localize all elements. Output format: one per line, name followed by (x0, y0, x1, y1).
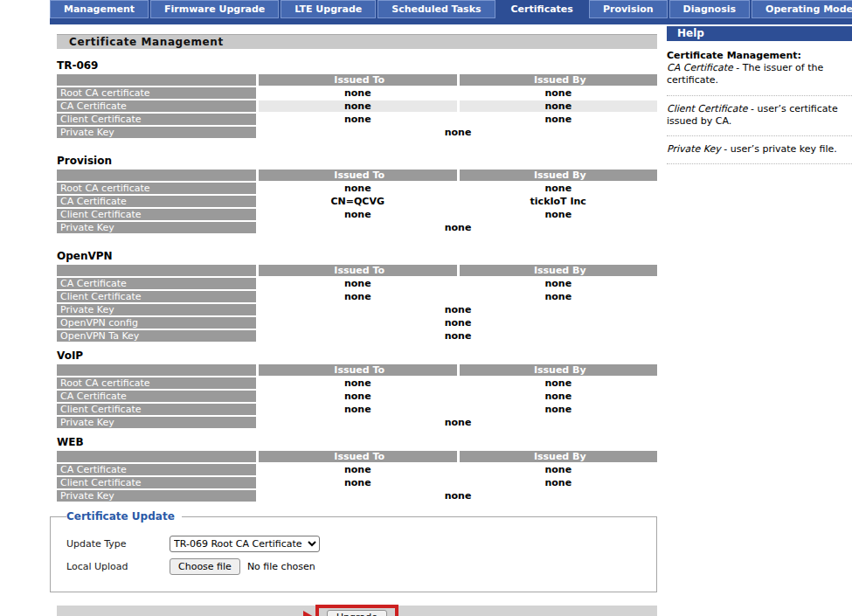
local-upload-row: Local Upload Choose file No file chosen (66, 558, 656, 575)
issued-by-value: none (460, 87, 658, 99)
issued-by-value: none (460, 464, 658, 475)
table-row: Private Keynone (57, 304, 657, 315)
choose-file-button[interactable]: Choose file (170, 558, 240, 575)
page-title: Certificate Management (57, 34, 657, 49)
issued-by-value: none (460, 404, 658, 415)
row-value-span: none (259, 490, 657, 502)
issued-to-value: CN=QCVG (259, 196, 457, 207)
help-items: CA Certificate - The issuer of the certi… (667, 62, 852, 164)
cert-table-web: Issued ToIssued ByCA Certificatenonenone… (54, 449, 660, 503)
header-row: Issued ToIssued By (57, 265, 657, 276)
local-upload-label: Local Upload (66, 561, 170, 572)
certificate-update-fieldset: Certificate Update Update Type TR-069 Ro… (50, 510, 657, 592)
issued-to-value: none (259, 377, 457, 389)
issued-to-value: none (259, 100, 457, 112)
section-heading-tr-069: TR-069 (57, 59, 657, 72)
upgrade-button[interactable]: Upgrade (327, 610, 387, 616)
cert-table-provision: Issued ToIssued ByRoot CA certificatenon… (54, 168, 660, 235)
tab-firmware-upgrade[interactable]: Firmware Upgrade (150, 0, 279, 18)
help-panel: Help Certificate Management: CA Certific… (667, 24, 852, 171)
row-value-span: none (259, 304, 657, 315)
help-heading: Certificate Management: (667, 50, 852, 61)
column-header: Issued By (460, 74, 658, 86)
header-row: Issued ToIssued By (57, 74, 657, 86)
issued-to-value: none (259, 278, 457, 289)
issued-by-value: none (460, 391, 658, 402)
table-row: CA Certificatenonenone (57, 391, 657, 402)
row-label: Client Certificate (57, 209, 256, 220)
help-panel-title: Help (667, 26, 852, 41)
row-label: Client Certificate (57, 477, 256, 488)
help-term: Private Key (667, 143, 721, 155)
row-label: Private Key (57, 490, 256, 502)
table-row: Private Keynone (57, 490, 657, 502)
row-label: Private Key (57, 222, 256, 233)
table-row: Private Keynone (57, 222, 657, 233)
tab-lte-upgrade[interactable]: LTE Upgrade (281, 0, 376, 18)
issued-to-value: none (259, 464, 457, 475)
file-chosen-status: No file chosen (247, 561, 315, 572)
table-row: Client Certificatenonenone (57, 477, 657, 488)
section-heading-openvpn: OpenVPN (57, 250, 657, 262)
row-label: Root CA certificate (57, 377, 256, 389)
certificate-update-legend: Certificate Update (66, 510, 182, 523)
table-row: Client Certificatenonenone (57, 209, 657, 220)
row-label: Client Certificate (57, 404, 256, 415)
row-label: OpenVPN config (57, 317, 256, 329)
annotation-highlight-box: Upgrade (315, 605, 398, 616)
section-heading-web: WEB (57, 436, 657, 448)
header-blank-cell (57, 364, 256, 376)
help-term: CA Certificate (667, 62, 733, 73)
tab-scheduled-tasks[interactable]: Scheduled Tasks (378, 0, 495, 18)
table-row: Root CA certificatenonenone (57, 87, 657, 99)
annotation-arrow-icon (244, 611, 315, 616)
row-value-span: none (259, 317, 657, 329)
issued-to-value: none (259, 291, 457, 302)
issued-to-value: none (259, 209, 457, 220)
cert-table-voip: Issued ToIssued ByRoot CA certificatenon… (54, 363, 660, 430)
cert-table-openvpn: Issued ToIssued ByCA Certificatenonenone… (54, 263, 660, 343)
update-type-select[interactable]: TR-069 Root CA Certificate (170, 536, 320, 552)
row-label: Root CA certificate (57, 183, 256, 194)
tab-provision[interactable]: Provision (589, 0, 668, 18)
nav-underline-strip (50, 18, 852, 24)
issued-to-value: none (259, 391, 457, 402)
section-heading-provision: Provision (57, 155, 657, 167)
column-header: Issued By (460, 364, 658, 376)
update-type-label: Update Type (66, 538, 170, 550)
table-row: CA Certificatenonenone (57, 100, 657, 112)
issued-by-value: none (460, 183, 658, 194)
column-header: Issued By (460, 265, 658, 276)
row-label: CA Certificate (57, 278, 256, 289)
row-label: Client Certificate (57, 291, 256, 302)
table-row: Private Keynone (57, 417, 657, 428)
table-row: Client Certificatenonenone (57, 114, 657, 125)
cert-table-tr-069: Issued ToIssued ByRoot CA certificatenon… (54, 73, 660, 140)
table-row: Client Certificatenonenone (57, 291, 657, 302)
issued-by-value: none (460, 114, 658, 125)
action-bar: Upgrade (57, 606, 657, 616)
table-row: OpenVPN confignone (57, 317, 657, 329)
issued-to-value: none (259, 87, 457, 99)
column-header: Issued To (259, 265, 457, 276)
issued-to-value: none (259, 114, 457, 125)
column-header: Issued By (460, 170, 658, 181)
row-label: CA Certificate (57, 464, 256, 475)
row-label: Private Key (57, 417, 256, 428)
help-item: Private Key - user’s private key file. (667, 143, 852, 164)
tab-management[interactable]: Management (50, 0, 149, 18)
issued-by-value: tickIoT Inc (460, 196, 658, 207)
header-blank-cell (57, 170, 256, 181)
table-row: Client Certificatenonenone (57, 404, 657, 415)
column-header: Issued To (259, 451, 457, 462)
row-value-span: none (259, 222, 657, 233)
table-row: Root CA certificatenonenone (57, 183, 657, 194)
help-item: Client Certificate - user’s certificate … (667, 103, 852, 137)
arrow-head (303, 611, 315, 616)
tab-certificates[interactable]: Certificates (497, 0, 587, 18)
tab-operating-mode[interactable]: Operating Mode (752, 0, 852, 18)
row-label: Root CA certificate (57, 87, 256, 99)
header-blank-cell (57, 74, 256, 86)
tab-diagnosis[interactable]: Diagnosis (669, 0, 750, 18)
column-header: Issued To (259, 364, 457, 376)
